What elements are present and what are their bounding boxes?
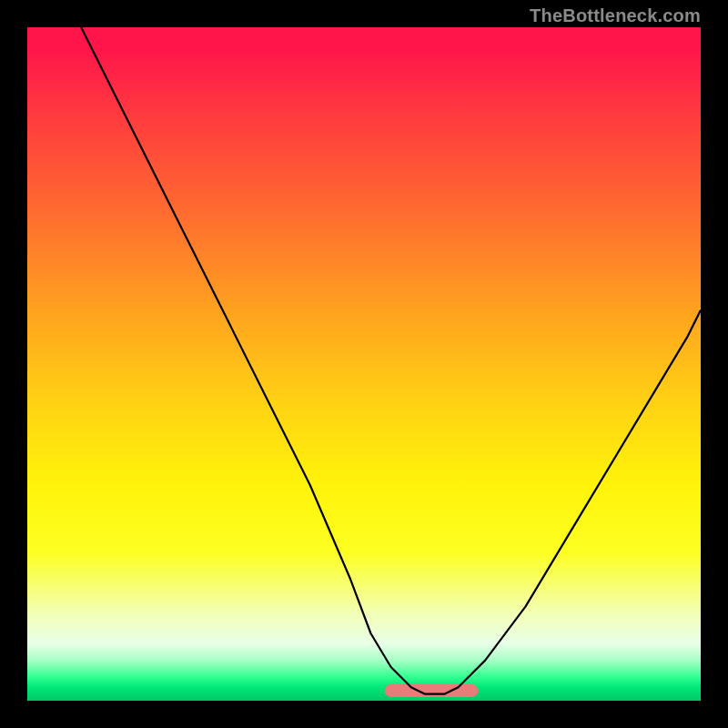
watermark-text: TheBottleneck.com — [530, 5, 701, 26]
chart-frame: TheBottleneck.com — [0, 0, 728, 728]
curve-layer — [27, 27, 701, 701]
plot-area — [27, 27, 701, 701]
bottleneck-curve-line — [81, 27, 701, 694]
